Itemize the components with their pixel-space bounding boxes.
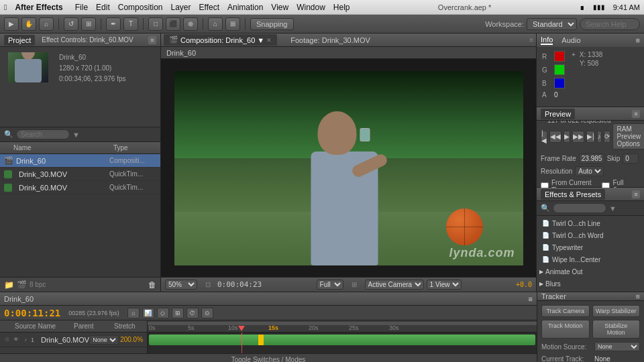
prev-step-back[interactable]: ◀◀ xyxy=(549,131,561,143)
help-search-input[interactable] xyxy=(580,18,640,30)
selection-tool[interactable]: ▶ xyxy=(4,17,19,31)
tl-btn-clock[interactable]: ⏱ xyxy=(186,308,199,318)
new-folder-btn[interactable]: 📁 xyxy=(4,280,14,290)
resolution-select[interactable]: Auto Full Half xyxy=(575,166,604,176)
timeline-layer-1[interactable]: ☉ 👁 ♪ 1 Drink_60.MOV None 200.0% xyxy=(0,333,147,347)
fit-button[interactable]: ⊡ xyxy=(205,281,211,288)
tracker-panel-menu[interactable]: ≡ xyxy=(636,292,640,300)
audio-btn[interactable]: ♪ xyxy=(21,336,30,344)
comp-tab-close[interactable]: ✕ xyxy=(266,37,272,44)
prev-play[interactable]: ▶ xyxy=(564,131,570,143)
prev-loop[interactable]: ⟳ xyxy=(604,131,610,143)
project-tab[interactable]: Project xyxy=(4,35,35,46)
tracker-tab-label[interactable]: Tracker xyxy=(541,292,566,300)
prev-step-fwd[interactable]: ▶▶ xyxy=(572,131,584,143)
paint-tool[interactable]: ⬛ xyxy=(166,17,180,31)
rotate-tool[interactable]: ↺ xyxy=(64,17,78,31)
zoom-dropdown[interactable]: 50% 100% xyxy=(165,280,197,290)
menu-help[interactable]: Help xyxy=(333,3,350,12)
text-tool[interactable]: T xyxy=(123,17,138,31)
effect-group-animate-out[interactable]: ▶ Animate Out xyxy=(537,265,644,278)
shape-tool[interactable]: □ xyxy=(148,17,163,31)
menu-composition[interactable]: Composition xyxy=(118,3,163,12)
grid-icon[interactable]: ⊞ xyxy=(352,281,357,288)
effects-search-input[interactable] xyxy=(553,203,606,213)
effect-typewriter[interactable]: 📄 Typewriter xyxy=(537,241,644,253)
prev-audio[interactable]: ♪ xyxy=(597,131,602,143)
effect-blur-by-word[interactable]: 📄 Blur By Word xyxy=(537,290,644,292)
effect-twirl-word[interactable]: 📄 Twirl O...ch Word xyxy=(537,229,644,241)
panel-menu-info[interactable]: ≡ xyxy=(636,36,640,44)
panel-menu-btn[interactable]: ≡ xyxy=(148,36,156,44)
home-button[interactable]: ⌂ xyxy=(208,17,223,31)
timeline-tab-label[interactable]: Drink_60 xyxy=(4,295,34,303)
pen-tool[interactable]: ✒ xyxy=(106,17,121,31)
effect-wipe-in[interactable]: 📄 Wipe In...Center xyxy=(537,253,644,265)
composition-tab[interactable]: 🎬 Composition: Drink_60 ▼ ✕ xyxy=(164,34,277,46)
layer-bar-1[interactable] xyxy=(149,335,535,345)
audio-tab[interactable]: Audio xyxy=(561,36,580,44)
info-tab[interactable]: Info xyxy=(541,36,553,45)
stabilize-motion-btn[interactable]: Stabilize Motion xyxy=(592,320,641,339)
effect-group-blurs[interactable]: ▶ Blurs xyxy=(537,278,644,290)
current-time-display[interactable]: 0:00:11:21 xyxy=(4,308,60,318)
menu-view[interactable]: View xyxy=(271,3,288,12)
tl-btn-home[interactable]: ⌂ xyxy=(127,308,140,318)
menu-edit[interactable]: Edit xyxy=(96,3,110,12)
new-composition-btn[interactable]: 🎬 xyxy=(17,280,27,290)
puppet-tool[interactable]: ⊕ xyxy=(183,17,198,31)
views-dropdown[interactable]: 1 View xyxy=(427,280,462,290)
tl-btn-layers[interactable]: ⊞ xyxy=(172,308,184,318)
apple-menu[interactable]:  xyxy=(4,3,7,12)
preview-panel-menu[interactable]: ≡ xyxy=(632,110,640,118)
timeline-tab-x[interactable]: ✕ xyxy=(39,294,45,303)
workspace-dropdown[interactable]: Standard xyxy=(527,18,577,30)
tl-btn-options[interactable]: ⊙ xyxy=(201,308,213,318)
effect-controls-tab[interactable]: Effect Controls: Drink_60.MOV xyxy=(38,35,138,45)
zoom-tool[interactable]: ⌕ xyxy=(39,17,54,31)
camera-dropdown[interactable]: Active Camera xyxy=(365,280,424,290)
panel-menu[interactable]: ≡ xyxy=(529,36,533,44)
tl-btn-keys[interactable]: ◇ xyxy=(157,308,169,318)
warp-stabilizer-btn[interactable]: Warp Stabilizer xyxy=(592,305,641,317)
motion-source-select[interactable]: None xyxy=(594,342,640,351)
timeline-panel-menu[interactable]: ≡ xyxy=(529,295,533,303)
track-camera-btn[interactable]: Track Camera xyxy=(541,305,590,317)
grid-button[interactable]: ⊞ xyxy=(225,17,240,31)
menu-file[interactable]: File xyxy=(75,3,88,12)
vis-btn[interactable]: 👁 xyxy=(12,336,20,344)
hand-tool[interactable]: ✋ xyxy=(21,17,36,31)
ram-preview-btn[interactable]: RAM Preview Options xyxy=(612,123,644,149)
snapping-toggle[interactable]: Snapping xyxy=(250,18,294,30)
track-motion-btn[interactable]: Track Motion xyxy=(541,320,590,339)
search-icon: 🔍 xyxy=(4,130,13,139)
skip-input[interactable] xyxy=(623,154,639,164)
prev-first-frame[interactable]: |◀ xyxy=(541,131,547,143)
project-item-drink30[interactable]: Drink_30.MOV QuickTim... xyxy=(0,168,160,181)
camera-tool[interactable]: ⊞ xyxy=(81,17,96,31)
prev-last-frame[interactable]: ▶| xyxy=(586,131,595,143)
menu-effect[interactable]: Effect xyxy=(199,3,219,12)
composition-viewer[interactable]: lynda.com xyxy=(161,59,536,277)
effects-tab-label[interactable]: Effects & Presets xyxy=(541,189,605,200)
menu-animation[interactable]: Animation xyxy=(227,3,263,12)
right-panel: Info Audio ≡ R G xyxy=(537,34,644,292)
menu-window[interactable]: Window xyxy=(297,3,325,12)
footage-tab[interactable]: Footage: Drink_30.MOV xyxy=(285,35,376,46)
solo-btn[interactable]: ☉ xyxy=(3,336,11,344)
layer-parent-select[interactable]: None xyxy=(89,335,119,345)
project-item-drink60mov[interactable]: Drink_60.MOV QuickTim... xyxy=(0,181,160,194)
framerate-input[interactable] xyxy=(579,154,604,164)
toggle-label[interactable]: Toggle Switches / Modes xyxy=(231,356,306,362)
project-search-input[interactable] xyxy=(16,129,70,139)
project-item-drink60[interactable]: 🎬 Drink_60 Compositi... xyxy=(0,154,160,168)
trash-btn[interactable]: 🗑 xyxy=(148,280,156,290)
timeline-track-1[interactable] xyxy=(148,333,537,347)
effect-twirl-line[interactable]: 📄 Twirl O...ch Line xyxy=(537,217,644,229)
tl-btn-graph[interactable]: 📊 xyxy=(142,308,154,318)
timeline-ruler[interactable]: 0s 5s 10s 15s 20s 25s 30s xyxy=(148,320,537,333)
quality-dropdown[interactable]: Full Half xyxy=(317,280,343,290)
effects-panel-menu[interactable]: ≡ xyxy=(632,190,640,198)
preview-tab-label[interactable]: Preview xyxy=(541,109,575,119)
menu-layer[interactable]: Layer xyxy=(170,3,191,12)
